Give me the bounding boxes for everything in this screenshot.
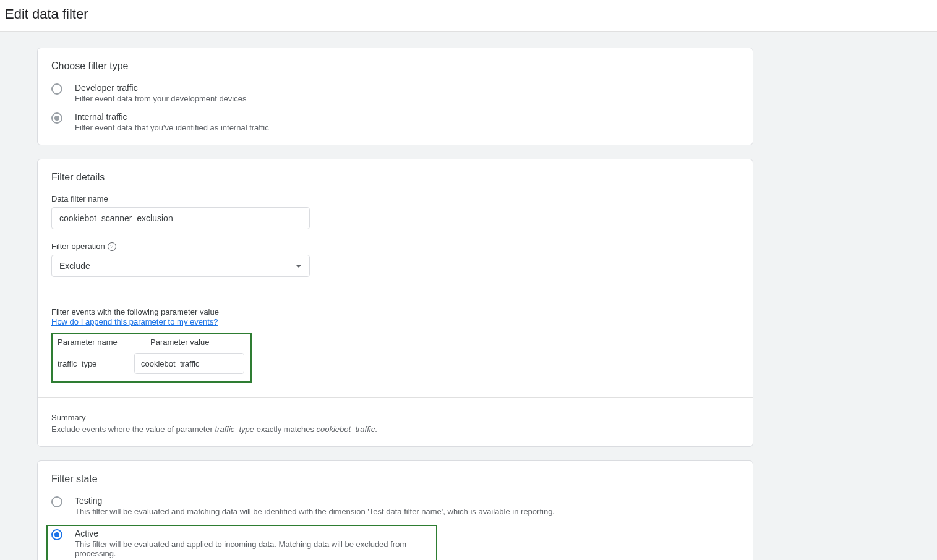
parameter-box-highlight: Parameter name Parameter value traffic_t… [51, 333, 252, 383]
card-filter-type: Choose filter type Developer traffic Fil… [37, 48, 753, 145]
help-link-append-parameter[interactable]: How do I append this parameter to my eve… [51, 317, 218, 326]
radio-circle-icon[interactable] [51, 496, 62, 507]
content-area: Choose filter type Developer traffic Fil… [0, 31, 937, 560]
radio-developer-traffic[interactable]: Developer traffic Filter event data from… [51, 83, 739, 103]
radio-label: Active [75, 528, 432, 538]
summary-param2: cookiebot_traffic [317, 425, 375, 434]
divider [38, 397, 753, 398]
radio-label: Internal traffic [75, 112, 269, 122]
radio-desc: Filter event data that you've identified… [75, 123, 269, 132]
param-value-header: Parameter value [150, 337, 209, 347]
summary-post: . [375, 425, 377, 434]
divider [38, 292, 753, 292]
radio-circle-selected-icon[interactable] [51, 529, 62, 540]
radio-label: Testing [75, 496, 555, 506]
filter-operation-label: Filter operation ? [51, 242, 739, 251]
radio-state-active[interactable]: Active This filter will be evaluated and… [51, 528, 432, 558]
param-name-value: traffic_type [58, 359, 126, 368]
param-value-input[interactable] [134, 353, 244, 374]
radio-state-testing[interactable]: Testing This filter will be evaluated an… [51, 496, 739, 516]
radio-desc: This filter will be evaluated and matchi… [75, 507, 555, 516]
summary-text: Exclude events where the value of parame… [51, 425, 739, 434]
radio-circle-icon[interactable] [51, 83, 62, 95]
card-filter-state: Filter state Testing This filter will be… [37, 460, 753, 560]
summary-param1: traffic_type [215, 425, 254, 434]
filter-state-heading: Filter state [51, 473, 739, 485]
filter-details-heading: Filter details [51, 172, 739, 183]
filter-type-heading: Choose filter type [51, 61, 739, 72]
page-title: Edit data filter [0, 0, 937, 31]
card-filter-details: Filter details Data filter name Filter o… [37, 159, 753, 447]
param-name-header: Parameter name [58, 337, 126, 347]
data-filter-name-label: Data filter name [51, 194, 739, 203]
param-section-label: Filter events with the following paramet… [51, 307, 739, 316]
radio-label: Developer traffic [75, 83, 246, 93]
data-filter-name-input[interactable] [51, 207, 310, 229]
radio-circle-selected-icon[interactable] [51, 112, 62, 124]
chevron-down-icon [296, 265, 302, 268]
filter-operation-label-text: Filter operation [51, 242, 105, 251]
radio-internal-traffic[interactable]: Internal traffic Filter event data that … [51, 112, 739, 132]
filter-operation-select[interactable]: Exclude [51, 255, 310, 277]
radio-desc: This filter will be evaluated and applie… [75, 540, 432, 558]
radio-desc: Filter event data from your development … [75, 94, 246, 103]
summary-label: Summary [51, 413, 739, 422]
active-state-highlight: Active This filter will be evaluated and… [46, 525, 437, 560]
summary-pre: Exclude events where the value of parame… [51, 425, 215, 434]
filter-operation-value: Exclude [59, 261, 90, 271]
summary-mid: exactly matches [254, 425, 316, 434]
help-icon[interactable]: ? [108, 242, 116, 251]
